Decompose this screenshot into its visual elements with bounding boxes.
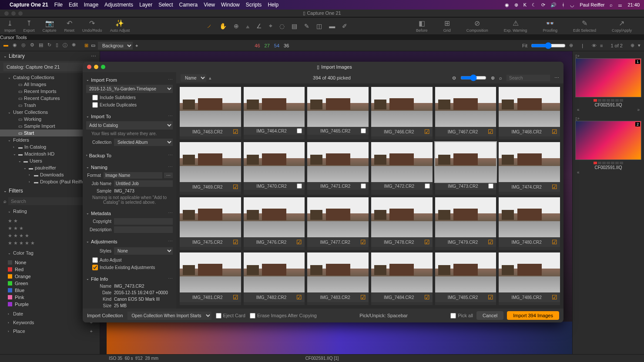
format-input[interactable] <box>104 172 162 179</box>
grid-search-input[interactable] <box>506 75 550 81</box>
zoom-icon[interactable]: ⊕ <box>234 23 239 30</box>
jobname-input[interactable] <box>114 180 173 187</box>
add-background-icon[interactable]: + <box>135 43 138 48</box>
zoom-in-icon[interactable]: ⊕ <box>491 75 495 81</box>
sort-select[interactable]: Name <box>181 74 206 82</box>
refresh-icon[interactable]: ↻ <box>47 42 51 49</box>
color-tag-red[interactable]: Red <box>8 266 92 273</box>
picked-icon[interactable]: ☑ <box>233 128 238 135</box>
color-tag-blue[interactable]: Blue <box>8 287 92 294</box>
browser-thumb[interactable]: ▯+ 1 CF002591.IIQ «» <box>575 54 641 112</box>
filmstrip[interactable] <box>107 322 572 354</box>
import-thumb[interactable]: IMG_7464.CR2 <box>244 87 305 139</box>
prev-icon[interactable]: « <box>577 107 580 112</box>
erase-images-checkbox[interactable] <box>250 313 255 319</box>
picked-icon[interactable]: ☑ <box>488 294 493 301</box>
folder-icon[interactable]: ▬ <box>3 42 8 49</box>
copy-apply-button[interactable]: ↗Copy/Apply <box>612 19 632 33</box>
eye-icon[interactable]: 👁 <box>592 43 597 48</box>
color-tag-purple[interactable]: Purple <box>8 301 92 308</box>
thumb-view-icon[interactable]: ⊞ <box>84 43 88 48</box>
color-tag-orange[interactable]: Orange <box>8 273 92 280</box>
meta-icon[interactable]: ▯ <box>56 42 58 49</box>
camera-icon[interactable]: ◉ <box>13 42 17 49</box>
color-tag-green[interactable]: Green <box>8 280 92 287</box>
export-button[interactable]: ⤒Export <box>23 19 35 33</box>
proofing-button[interactable]: 👓Proofing <box>543 19 557 33</box>
import-button[interactable]: Import 394 Images <box>507 311 559 320</box>
import-thumb[interactable]: IMG_7476.CR2☑ <box>244 197 305 250</box>
more-icon[interactable]: ⋯ <box>554 75 559 81</box>
modal-minimize-icon[interactable] <box>94 65 98 69</box>
fileinfo-header[interactable]: ⌄File Info⋯ <box>86 275 173 283</box>
pick-checkbox[interactable] <box>488 183 493 189</box>
loupe-icon[interactable]: ⊕ <box>631 43 634 48</box>
picked-icon[interactable]: ☑ <box>552 128 557 135</box>
import-thumb[interactable]: IMG_7480.CR2☑ <box>499 197 560 250</box>
cancel-button[interactable]: Cancel <box>476 311 503 320</box>
collection-select[interactable]: Selected Album <box>114 139 173 146</box>
import-from-header[interactable]: ⌄Import From⋯ <box>86 76 173 84</box>
picked-icon[interactable]: ☑ <box>360 294 366 301</box>
import-thumb[interactable]: IMG_7483.CR2☑ <box>307 252 369 305</box>
import-thumb[interactable]: IMG_7478.CR2☑ <box>371 197 433 250</box>
zoom-search-icon[interactable]: ⊕ <box>569 43 573 48</box>
filter-icon[interactable]: ⌕ <box>499 75 502 80</box>
undo-redo-button[interactable]: ↷Undo/Redo <box>82 19 102 33</box>
picked-icon[interactable]: ☑ <box>296 239 302 246</box>
edit-selected-button[interactable]: ✎Edit Selected <box>573 19 596 33</box>
reset-button[interactable]: ↶Reset <box>64 19 75 33</box>
zoom-slider[interactable] <box>531 42 566 49</box>
picked-icon[interactable]: ☑ <box>424 239 430 246</box>
import-thumb[interactable]: IMG_7472.CR2 <box>371 142 433 195</box>
k-icon[interactable]: K <box>523 2 527 7</box>
volume-icon[interactable]: 🔊 <box>550 2 557 8</box>
mask-icon[interactable]: ▤ <box>292 23 297 30</box>
menu-select[interactable]: Select <box>158 2 173 8</box>
import-thumb[interactable]: IMG_7479.CR2☑ <box>435 197 496 250</box>
picked-icon[interactable]: ☑ <box>424 128 430 135</box>
description-input[interactable] <box>114 226 173 233</box>
search-icon[interactable]: ⌕ <box>610 2 613 7</box>
app-name[interactable]: Capture One 21 <box>10 2 48 8</box>
bluetooth-icon[interactable]: ᚼ <box>562 2 565 7</box>
fit-label[interactable]: Fit <box>522 43 527 48</box>
import-thumb[interactable]: IMG_7481.CR2☑ <box>180 252 241 305</box>
import-thumb[interactable]: IMG_7468.CR2☑ <box>499 87 560 139</box>
modal-maximize-icon[interactable] <box>101 65 105 69</box>
gradient-icon[interactable]: ▬ <box>329 23 335 30</box>
exp--warning-button[interactable]: ⚠Exp. Warning <box>504 19 527 33</box>
import-thumb[interactable]: IMG_7474.CR2☑ <box>499 142 560 195</box>
list-icon[interactable]: ≡ <box>600 43 603 48</box>
next-icon[interactable]: » <box>637 107 640 112</box>
library-header[interactable]: ⌄Library⋯ <box>0 51 100 61</box>
import-thumb[interactable]: IMG_7482.CR2☑ <box>244 252 305 305</box>
straighten-icon[interactable]: ∠ <box>256 23 262 30</box>
catalog-select[interactable]: Catalog: Capture One 21 <box>3 63 91 71</box>
menu-adjustments[interactable]: Adjustments <box>104 2 133 8</box>
pick-checkbox[interactable] <box>361 128 366 133</box>
import-collection-select[interactable]: Open Collection When Import Starts <box>127 312 211 320</box>
naming-header[interactable]: ⌄Naming⋯ <box>86 163 173 171</box>
menu-edit[interactable]: Edit <box>69 2 78 8</box>
import-thumb[interactable]: IMG_7465.CR2 <box>307 87 369 139</box>
background-select[interactable]: Background <box>98 42 133 50</box>
prev-icon[interactable]: « <box>577 170 580 175</box>
styles-select[interactable]: None <box>114 247 173 255</box>
sort-asc-icon[interactable]: ▴ <box>209 75 211 81</box>
picked-icon[interactable]: ☑ <box>552 239 557 246</box>
import-thumb[interactable]: IMG_7484.CR2☑ <box>371 252 433 305</box>
pointer-icon[interactable]: ⟋ <box>206 23 212 30</box>
auto-adjust-button[interactable]: ✨Auto Adjust <box>110 19 130 33</box>
pick-checkbox[interactable] <box>297 183 302 189</box>
import-source-select[interactable]: 2016-12-15_Yu-Garden-Timelapse <box>86 85 173 93</box>
import-thumb[interactable]: IMG_7466.CR2☑ <box>371 87 433 139</box>
spot-icon[interactable]: ◌ <box>279 23 285 30</box>
picked-icon[interactable]: ☑ <box>233 183 238 190</box>
menu-file[interactable]: File <box>54 2 63 8</box>
picked-icon[interactable]: ☑ <box>233 294 238 301</box>
menu-image[interactable]: Image <box>84 2 98 8</box>
backup-to-header[interactable]: ›Backup To⋯ <box>86 151 173 159</box>
adjustments-header[interactable]: ⌄Adjustments⋯ <box>86 237 173 246</box>
brush-icon[interactable]: ✎ <box>304 23 309 30</box>
